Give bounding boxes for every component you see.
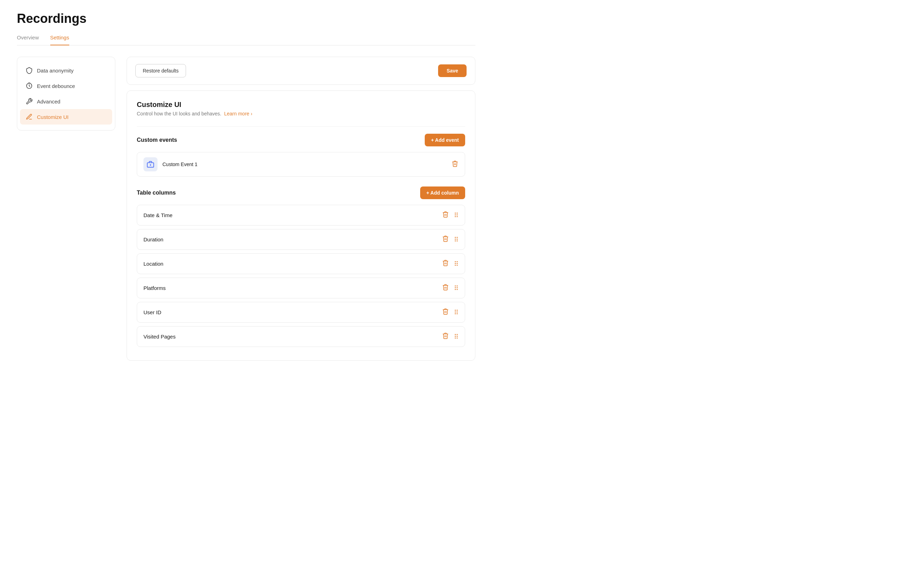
sidebar-item-label: Data anonymity xyxy=(37,68,74,74)
drag-handle-icon[interactable]: ⠿ xyxy=(454,236,459,243)
custom-events-header: Custom events + Add event xyxy=(137,134,465,146)
custom-event-row: Custom Event 1 xyxy=(137,152,465,177)
card-title: Customize UI xyxy=(137,101,465,109)
table-row: Date & Time ⠿ xyxy=(137,205,465,226)
customize-ui-card: Customize UI Control how the UI looks an… xyxy=(127,91,475,360)
add-event-button[interactable]: + Add event xyxy=(425,134,465,146)
event-icon-wrap xyxy=(144,157,157,171)
wrench-icon xyxy=(26,98,33,105)
sidebar-item-data-anonymity[interactable]: Data anonymity xyxy=(20,63,112,78)
drag-handle-icon[interactable]: ⠿ xyxy=(454,333,459,341)
table-row: Platforms ⠿ xyxy=(137,278,465,298)
sidebar-item-advanced[interactable]: Advanced xyxy=(20,94,112,109)
table-row: Duration ⠿ xyxy=(137,229,465,250)
save-button[interactable]: Save xyxy=(438,64,467,77)
restore-defaults-button[interactable]: Restore defaults xyxy=(135,64,186,78)
event-label: Custom Event 1 xyxy=(162,162,198,167)
sidebar-item-label: Advanced xyxy=(37,99,61,104)
drag-handle-icon[interactable]: ⠿ xyxy=(454,284,459,292)
delete-column-icon[interactable] xyxy=(442,260,449,268)
tabs-bar: Overview Settings xyxy=(17,35,475,45)
table-columns-header: Table columns + Add column xyxy=(137,187,465,199)
table-row: Location ⠿ xyxy=(137,253,465,274)
drag-handle-icon[interactable]: ⠿ xyxy=(454,260,459,268)
delete-column-icon[interactable] xyxy=(442,308,449,317)
tab-settings[interactable]: Settings xyxy=(50,35,69,45)
delete-column-icon[interactable] xyxy=(442,235,449,244)
delete-column-icon[interactable] xyxy=(442,211,449,220)
delete-column-icon[interactable] xyxy=(442,284,449,293)
page-title: Recordings xyxy=(17,11,475,26)
delete-column-icon[interactable] xyxy=(442,332,449,341)
drag-handle-icon[interactable]: ⠿ xyxy=(454,309,459,316)
card-subtitle: Control how the UI looks and behaves. Le… xyxy=(137,111,465,116)
divider xyxy=(137,126,465,127)
sidebar-item-event-debounce[interactable]: Event debounce xyxy=(20,78,112,94)
add-column-button[interactable]: + Add column xyxy=(420,187,465,199)
shield-icon xyxy=(26,67,33,74)
sidebar-item-label: Event debounce xyxy=(37,83,75,89)
custom-events-title: Custom events xyxy=(137,137,177,143)
sidebar-item-customize-ui[interactable]: Customize UI xyxy=(20,109,112,124)
learn-more-link[interactable]: Learn more › xyxy=(224,111,252,116)
content-layout: Data anonymity Event debounce xyxy=(17,57,475,360)
toolbar-card: Restore defaults Save xyxy=(127,57,475,85)
table-row: User ID ⠿ xyxy=(137,302,465,322)
drag-handle-icon[interactable]: ⠿ xyxy=(454,212,459,219)
delete-event-icon[interactable] xyxy=(452,160,459,169)
chevron-right-icon: › xyxy=(251,111,252,116)
table-row: Visited Pages ⠿ xyxy=(137,326,465,347)
tab-overview[interactable]: Overview xyxy=(17,35,39,45)
sidebar-item-label: Customize UI xyxy=(37,114,69,120)
pen-icon xyxy=(26,113,33,120)
sidebar: Data anonymity Event debounce xyxy=(17,57,116,131)
table-columns-title: Table columns xyxy=(137,190,176,196)
timer-icon xyxy=(26,82,33,89)
main-content: Restore defaults Save Customize UI Contr… xyxy=(127,57,475,360)
table-columns-section: Table columns + Add column Date & Time xyxy=(137,187,465,347)
